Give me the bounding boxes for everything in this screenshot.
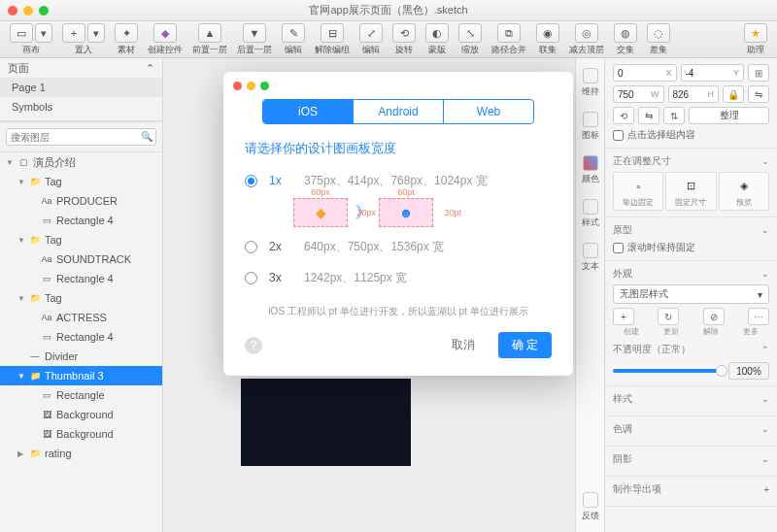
shadow-header[interactable]: 阴影⌄ [613,452,769,466]
search-layers-input[interactable] [6,128,156,146]
lock-aspect-icon[interactable]: 🔒 [723,85,744,103]
close-icon[interactable] [233,82,242,90]
page-item[interactable]: Symbols [0,97,162,116]
helper-icon[interactable]: ★ [744,23,767,43]
style-header[interactable]: 样式⌄ [613,392,769,406]
export-header[interactable]: 制作导出项+ [613,482,769,496]
page-item[interactable]: Page 1 [0,78,162,97]
material-tool-icon[interactable]: ✦ [115,23,138,43]
window-titlebar: 官网app展示页面（黑色）.sketch [0,0,777,21]
vtool-color[interactable]: 颜色 [582,155,599,185]
rotate-input-icon[interactable]: ⟲ [613,107,634,124]
zoom-icon[interactable] [260,82,269,90]
layer-row-selected[interactable]: ▼📁Thumbnail 3 [0,366,162,385]
flip-h-icon[interactable]: ⇆ [638,107,659,124]
vtool-text[interactable]: 文本 [582,243,599,273]
create-style-button[interactable]: + [613,308,634,325]
radio-selected-icon[interactable] [245,175,257,187]
tab-web[interactable]: Web [444,100,533,123]
x-input[interactable]: 0X [613,64,677,82]
insert-tool-icon[interactable]: + [62,23,85,43]
tint-header[interactable]: 色调⌄ [613,422,769,436]
rotate-icon[interactable]: ⟲ [392,23,416,43]
layer-row[interactable]: AaACTRESS [0,308,162,327]
pin-edges-box[interactable]: ▫靠边固定 [613,172,663,211]
layer-row[interactable]: ▭Rectangle 4 [0,269,162,288]
dropdown-icon[interactable]: ▾ [87,23,105,43]
vtool-layer[interactable]: 图标 [582,112,599,142]
flatten-icon[interactable]: ⧉ [497,23,521,43]
layer-row[interactable]: AaSOUNDTRACK [0,249,162,269]
help-icon[interactable]: ? [245,337,262,354]
layer-row[interactable]: ▶📁rating [0,444,162,463]
align-icon[interactable]: ⊞ [748,64,769,82]
opacity-header[interactable]: 不透明度（正常）⌃ [613,343,769,356]
scale-icon[interactable]: ⤡ [458,23,482,43]
preview-box[interactable]: ◈预览 [719,172,769,211]
detach-style-button[interactable]: ⊘ [703,308,725,325]
layer-row[interactable]: ▼▢演员介绍 [0,152,162,172]
ungroup-icon[interactable]: ⊟ [321,23,344,43]
vtool-style[interactable]: 样式 [582,199,599,229]
vtool-feedback[interactable]: 反馈 [582,492,599,522]
tidy-button[interactable]: 整理 [689,107,769,124]
layer-row[interactable]: ▼📁Tag [0,230,162,249]
layer-row[interactable]: ▼📁Tag [0,288,162,308]
mask-icon[interactable]: ◐ [425,23,449,43]
layer-row[interactable]: ▼📁Tag [0,172,162,191]
opacity-value[interactable]: 100% [728,362,769,380]
opacity-slider[interactable] [613,369,723,373]
dropdown-icon[interactable]: ▾ [35,23,52,43]
confirm-button[interactable]: 确 定 [498,332,552,358]
edit-icon[interactable]: ✎ [282,23,305,43]
dialog-traffic-lights[interactable] [233,82,269,90]
send-backward-icon[interactable]: ▼ [243,23,266,43]
update-style-button[interactable]: ↻ [658,308,679,325]
subtract-icon[interactable]: ◎ [575,23,598,43]
h-input[interactable]: 826H [668,85,720,103]
fixed-size-box[interactable]: ⊡固定尺寸 [665,172,716,211]
layer-row[interactable]: 🖼Background [0,405,162,424]
canvas-tool-icon[interactable]: ▭ [10,23,33,43]
appearance-header[interactable]: 外观⌄ [613,267,769,281]
prototype-header[interactable]: 原型⌄ [613,223,769,237]
layer-row[interactable]: ▭Rectangle [0,385,162,405]
artboard-preview[interactable] [241,379,411,466]
vtool-prop[interactable]: 维持 [582,68,599,98]
option-3x[interactable]: 3x 1242px、1125px 宽 [245,268,552,287]
add-icon[interactable]: + [763,484,769,495]
more-style-button[interactable]: ⋯ [748,308,769,325]
collapse-pages-icon[interactable]: ⌃ [146,62,154,75]
traffic-lights[interactable] [8,6,49,16]
slider-thumb[interactable] [716,365,727,377]
bring-forward-icon[interactable]: ▲ [198,23,221,43]
layer-row[interactable]: AaPRODUCER [0,191,162,211]
option-2x[interactable]: 2x 640px、750px、1536px 宽 [245,237,552,256]
cancel-button[interactable]: 取消 [438,332,489,358]
layer-row[interactable]: —Divider [0,347,162,366]
click-select-checkbox[interactable] [613,130,624,141]
y-input[interactable]: -4Y [681,64,745,82]
radio-icon[interactable] [245,272,257,284]
fix-scroll-checkbox[interactable] [613,243,624,253]
union-icon[interactable]: ◉ [536,23,559,43]
transform-icon[interactable]: ⤢ [359,23,383,43]
layer-style-dropdown[interactable]: 无图层样式▾ [613,284,769,304]
radio-icon[interactable] [245,241,257,253]
minimize-window-icon[interactable] [23,6,33,16]
difference-icon[interactable]: ◌ [647,23,670,43]
intersect-icon[interactable]: ◍ [614,23,637,43]
layer-row[interactable]: ▭Rectangle 4 [0,211,162,230]
w-input[interactable]: 750W [613,85,664,103]
layer-row[interactable]: 🖼Background [0,424,162,444]
tab-android[interactable]: Android [354,100,444,123]
close-window-icon[interactable] [8,6,17,16]
tab-ios[interactable]: iOS [263,100,354,123]
zoom-window-icon[interactable] [39,6,49,16]
flip-icon[interactable]: ⇋ [748,85,769,103]
component-tool-icon[interactable]: ◆ [153,23,177,43]
layer-row[interactable]: ▭Rectangle 4 [0,327,162,347]
flip-v-icon[interactable]: ⇅ [663,107,685,124]
resizing-header[interactable]: 正在调整尺寸⌄ [613,154,769,168]
minimize-icon[interactable] [247,82,255,90]
